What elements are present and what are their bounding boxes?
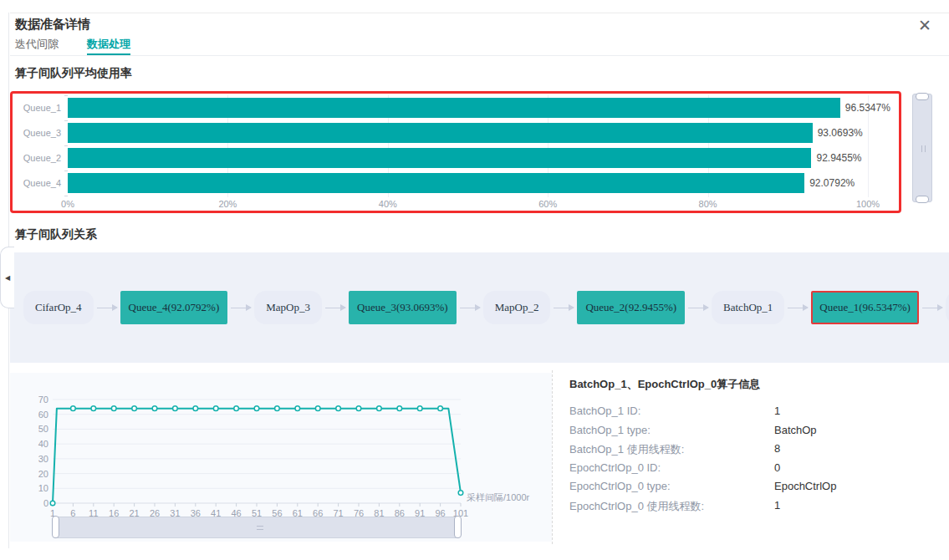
y-axis-tick-label: 60 — [38, 410, 48, 420]
info-row-value: BatchOp — [774, 424, 817, 436]
info-row-label: EpochCtrlOp_0 ID: — [569, 461, 661, 474]
info-row-label: EpochCtrlOp_0 type: — [569, 480, 671, 492]
data-point-marker — [356, 406, 361, 411]
axis-tick-mark — [64, 171, 68, 171]
x-axis-tick-label: 100% — [856, 199, 880, 209]
queue-usage-section-title: 算子间队列平均使用率 — [15, 66, 132, 81]
flow-arrow — [460, 308, 480, 308]
info-row: EpochCtrlOp_0 type:EpochCtrlOp — [569, 480, 941, 498]
data-point-marker — [173, 406, 178, 411]
tab-data-processing[interactable]: 数据处理 — [87, 37, 130, 55]
bar-category-label: Queue_4 — [13, 173, 61, 193]
info-row-label: BatchOp_1 type: — [569, 424, 651, 436]
x-axis-tick-label: 20% — [218, 199, 237, 209]
axis-tick-mark — [64, 120, 68, 121]
x-axis-name: 采样间隔/1000r — [467, 492, 530, 502]
info-row: EpochCtrlOp_0 使用线程数:1 — [569, 499, 941, 517]
tabs-divider — [10, 55, 949, 56]
data-point-marker — [132, 406, 137, 411]
flow-node-batchop_1[interactable]: BatchOp_1 — [712, 291, 784, 324]
tab-iteration-gap[interactable]: 迭代间隙 — [15, 37, 59, 55]
y-axis-tick-label: 20 — [38, 469, 48, 479]
y-axis-tick-label: 40 — [38, 439, 48, 449]
horizontal-slider-left-handle[interactable] — [52, 516, 59, 538]
flow-arrow — [922, 308, 942, 308]
horizontal-slider-right-handle[interactable] — [454, 516, 462, 538]
flow-node-cifarop_4[interactable]: CifarOp_4 — [23, 291, 94, 324]
y-axis-tick-label: 30 — [38, 454, 48, 464]
info-row: BatchOp_1 使用线程数:8 — [569, 442, 941, 461]
usage-bar — [68, 123, 813, 143]
flow-node-epochctrlop_0[interactable]: EpochCtrlOp_0 — [946, 291, 949, 324]
bar-category-label: Queue_2 — [13, 148, 61, 168]
data-point-marker — [193, 406, 198, 411]
data-point-marker — [152, 406, 157, 411]
arrowhead-icon — [803, 304, 809, 311]
data-point-marker — [50, 501, 55, 506]
page-title: 数据准备详情 — [15, 17, 90, 33]
axis-tick-mark — [64, 95, 68, 96]
bar-category-label: Queue_3 — [13, 123, 61, 143]
data-point-marker — [234, 406, 239, 411]
info-row-label: BatchOp_1 使用线程数: — [569, 442, 684, 457]
flow-node-queue_3[interactable]: Queue_3(93.0693%) — [349, 291, 457, 324]
bar-value-label: 96.5347% — [845, 98, 890, 118]
horizontal-slider-grip-icon — [257, 526, 263, 530]
queue-size-chart-area: 0102030405060701611162126313641465156616… — [10, 373, 552, 542]
info-row: EpochCtrlOp_0 ID:0 — [569, 461, 941, 480]
operator-info-title: BatchOp_1、EpochCtrlOp_0算子信息 — [569, 377, 760, 392]
arrowhead-icon — [937, 304, 943, 311]
data-point-marker — [438, 406, 443, 411]
flow-node-queue_1[interactable]: Queue_1(96.5347%) — [811, 291, 919, 324]
arrowhead-icon — [703, 304, 709, 311]
data-point-marker — [315, 406, 320, 411]
data-point-marker — [295, 406, 300, 411]
bar-category-label: Queue_1 — [13, 98, 61, 118]
data-point-marker — [417, 406, 422, 411]
info-row-value: 0 — [774, 461, 780, 474]
horizontal-datazoom-slider[interactable] — [53, 517, 461, 538]
info-row-value: 1 — [774, 405, 780, 417]
flow-arrow — [688, 308, 708, 308]
bar-value-label: 92.0792% — [809, 173, 855, 193]
vertical-slider-bottom-handle[interactable] — [916, 196, 929, 203]
data-point-marker — [377, 406, 382, 411]
data-point-marker — [336, 406, 341, 411]
y-axis-tick-label: 0 — [43, 498, 48, 508]
flow-node-queue_4[interactable]: Queue_4(92.0792%) — [120, 291, 228, 324]
vertical-datazoom-slider[interactable] — [912, 94, 932, 202]
x-axis-tick-label: 80% — [699, 199, 717, 209]
bar-value-label: 93.0693% — [818, 123, 863, 143]
queue-relation-section-title: 算子间队列关系 — [15, 227, 97, 242]
data-point-marker — [275, 406, 280, 411]
data-point-marker — [91, 406, 96, 411]
flow-node-mapop_2[interactable]: MapOp_2 — [483, 291, 551, 324]
usage-bar — [68, 98, 840, 118]
flow-node-mapop_3[interactable]: MapOp_3 — [254, 291, 322, 324]
flow-arrow — [97, 308, 117, 308]
info-row: BatchOp_1 type:BatchOp — [569, 424, 941, 442]
data-point-marker — [71, 406, 76, 411]
info-row-value: 1 — [774, 499, 780, 512]
flow-arrow — [231, 308, 251, 308]
y-axis-tick-label: 50 — [38, 424, 48, 434]
arrowhead-icon — [112, 304, 118, 311]
arrowhead-icon — [569, 304, 574, 311]
info-row-value: 8 — [774, 442, 780, 455]
x-axis-tick-label: 60% — [538, 199, 557, 209]
tab-bar: 迭代间隙数据处理 — [15, 37, 130, 55]
operator-queue-flow-diagram: CifarOp_4Queue_4(92.0792%)MapOp_3Queue_3… — [10, 252, 949, 363]
data-point-marker — [458, 491, 463, 496]
flow-arrow — [788, 308, 808, 308]
bar-value-label: 92.9455% — [816, 148, 861, 168]
data-point-marker — [397, 406, 402, 411]
y-axis-tick-label: 70 — [38, 395, 48, 405]
close-icon[interactable]: ✕ — [916, 17, 934, 35]
collapse-panel-button[interactable]: ◀ — [0, 247, 14, 308]
operator-info-panel: BatchOp_1、EpochCtrlOp_0算子信息 BatchOp_1 ID… — [553, 373, 949, 544]
collapse-left-icon: ◀ — [5, 274, 10, 282]
vertical-slider-top-handle[interactable] — [916, 93, 929, 100]
data-point-marker — [254, 406, 259, 411]
flow-node-queue_2[interactable]: Queue_2(92.9455%) — [577, 291, 685, 324]
arrowhead-icon — [475, 304, 481, 311]
